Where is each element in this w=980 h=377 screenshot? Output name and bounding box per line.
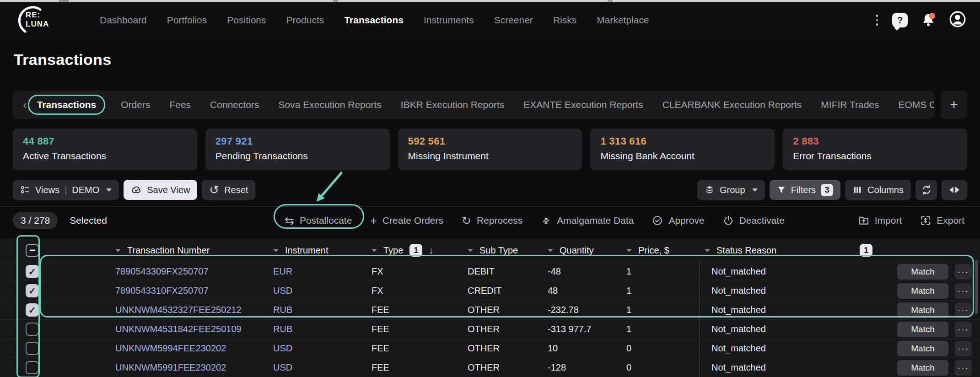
reluna-logo[interactable]: RE: LUNA bbox=[14, 5, 48, 35]
row-more-icon[interactable]: ··· bbox=[955, 360, 972, 376]
stat-card[interactable]: 44 887 Active Transactions bbox=[13, 129, 197, 170]
column-menu-icon[interactable] bbox=[372, 249, 377, 252]
match-button[interactable]: Match bbox=[897, 283, 948, 299]
transaction-number-link[interactable]: UNKNWM5991FEE230202 bbox=[110, 362, 268, 373]
table-row[interactable]: UNKNWM4531842FEE250109 RUB FEE OTHER -31… bbox=[0, 319, 980, 339]
column-menu-icon[interactable] bbox=[548, 249, 553, 252]
nav-item-marketplace[interactable]: Marketplace bbox=[597, 15, 649, 26]
add-tab-button[interactable]: + bbox=[941, 91, 967, 119]
nav-item-instruments[interactable]: Instruments bbox=[424, 15, 474, 26]
notifications-bell-icon[interactable] bbox=[920, 12, 937, 28]
match-button[interactable]: Match bbox=[897, 341, 948, 356]
header-price[interactable]: Price, $ bbox=[621, 245, 699, 256]
column-menu-icon[interactable] bbox=[626, 249, 632, 252]
row-more-icon[interactable]: ··· bbox=[955, 341, 972, 356]
nav-item-transactions[interactable]: Transactions bbox=[344, 15, 404, 26]
reprocess-button[interactable]: ↻ Reprocess bbox=[462, 215, 522, 226]
columns-button[interactable]: Columns bbox=[845, 180, 911, 200]
kebab-menu-icon[interactable] bbox=[874, 13, 880, 27]
nav-item-dashboard[interactable]: Dashboard bbox=[100, 15, 147, 26]
nav-item-products[interactable]: Products bbox=[286, 15, 324, 26]
table-row[interactable]: 7890543310FX250707 USD FX CREDIT 48 1 No… bbox=[0, 281, 980, 300]
row-checkbox[interactable] bbox=[26, 323, 39, 336]
transaction-number-link[interactable]: 7890543310FX250707 bbox=[110, 285, 268, 296]
stat-card[interactable]: 1 313 616 Missing Bank Account bbox=[590, 129, 775, 170]
import-button[interactable]: Import bbox=[858, 215, 902, 226]
instrument-link[interactable]: USD bbox=[268, 285, 366, 296]
match-button[interactable]: Match bbox=[897, 302, 948, 318]
group-dropdown[interactable]: Group bbox=[697, 180, 765, 200]
tab-transactions[interactable]: Transactions bbox=[28, 95, 106, 115]
row-checkbox[interactable] bbox=[26, 284, 39, 297]
tab-eoms-c[interactable]: EOMS C bbox=[899, 99, 934, 110]
views-dropdown[interactable]: Views | DEMO bbox=[13, 180, 119, 200]
deactivate-button[interactable]: Deactivate bbox=[723, 215, 785, 226]
tab-ibkr-execution-reports[interactable]: IBKR Execution Reports bbox=[401, 99, 504, 110]
tab-exante-execution-reports[interactable]: EXANTE Execution Reports bbox=[523, 99, 643, 110]
row-more-icon[interactable]: ··· bbox=[955, 264, 972, 280]
row-more-icon[interactable]: ··· bbox=[955, 322, 972, 337]
postallocate-button[interactable]: ⇆ Postallocate bbox=[285, 215, 352, 226]
column-menu-icon[interactable] bbox=[705, 249, 710, 252]
tab-clearbank-execution-reports[interactable]: CLEARBANK Execution Reports bbox=[662, 99, 802, 110]
tab-mifir-trades[interactable]: MIFIR Trades bbox=[821, 99, 879, 110]
match-button[interactable]: Match bbox=[897, 360, 948, 376]
row-checkbox[interactable] bbox=[26, 303, 39, 317]
nav-item-risks[interactable]: Risks bbox=[553, 15, 576, 26]
table-row[interactable]: UNKNWM4532327FEE250212 RUB FEE OTHER -23… bbox=[0, 300, 980, 319]
transaction-number-link[interactable]: UNKNWM5994FEE230202 bbox=[110, 343, 268, 354]
tab-orders[interactable]: Orders bbox=[121, 99, 150, 110]
tab-connectors[interactable]: Connectors bbox=[210, 99, 259, 110]
instrument-link[interactable]: RUB bbox=[268, 324, 366, 334]
export-button[interactable]: Export bbox=[920, 215, 964, 226]
nav-item-portfolios[interactable]: Portfolios bbox=[167, 15, 207, 26]
amalgamate-data-button[interactable]: Amalgamate Data bbox=[541, 215, 634, 226]
create-orders-button[interactable]: + Create Orders bbox=[370, 215, 443, 226]
stat-card[interactable]: 297 921 Pending Transactions bbox=[205, 129, 390, 170]
header-instrument[interactable]: Instrument bbox=[268, 245, 366, 256]
column-menu-icon[interactable] bbox=[273, 249, 279, 252]
instrument-link[interactable]: USD bbox=[268, 343, 366, 354]
refresh-button[interactable] bbox=[915, 180, 937, 200]
reset-button[interactable]: ↺ Reset bbox=[202, 180, 255, 200]
stat-card[interactable]: 592 561 Missing Instrument bbox=[398, 129, 582, 170]
column-menu-icon[interactable] bbox=[468, 249, 473, 252]
collapse-expand-button[interactable] bbox=[942, 180, 967, 200]
match-button[interactable]: Match bbox=[897, 264, 948, 280]
stat-card[interactable]: 2 883 Error Transactions bbox=[783, 129, 967, 170]
row-more-icon[interactable]: ··· bbox=[955, 283, 972, 299]
tab-fees[interactable]: Fees bbox=[169, 99, 191, 110]
row-checkbox[interactable] bbox=[26, 342, 39, 355]
tabs-scroll-left-icon[interactable]: ‹ bbox=[23, 98, 27, 112]
instrument-link[interactable]: USD bbox=[268, 362, 366, 373]
approve-button[interactable]: Approve bbox=[652, 215, 704, 226]
header-type[interactable]: Type 1 ↓ bbox=[366, 244, 462, 257]
save-view-button[interactable]: Save View bbox=[124, 180, 197, 200]
header-quantity[interactable]: Quantity bbox=[542, 245, 621, 256]
transaction-number-link[interactable]: UNKNWM4532327FEE250212 bbox=[110, 305, 268, 315]
table-row[interactable]: UNKNWM5994FEE230202 USD FEE OTHER 10 0 N… bbox=[0, 339, 980, 358]
nav-item-screener[interactable]: Screener bbox=[494, 15, 533, 26]
row-more-icon[interactable]: ··· bbox=[955, 302, 972, 318]
header-transaction-number[interactable]: Transaction Number bbox=[110, 245, 268, 256]
row-checkbox[interactable] bbox=[26, 361, 39, 374]
column-menu-icon[interactable] bbox=[115, 249, 121, 252]
header-status-reason[interactable]: Status Reason 1 bbox=[699, 244, 980, 257]
match-button[interactable]: Match bbox=[897, 322, 948, 337]
help-icon[interactable]: ? bbox=[892, 13, 908, 27]
transaction-number-link[interactable]: UNKNWM4531842FEE250109 bbox=[110, 324, 268, 334]
vertical-scrollbar[interactable] bbox=[975, 260, 978, 314]
row-checkbox[interactable] bbox=[26, 265, 39, 278]
header-sub-type[interactable]: Sub Type bbox=[462, 245, 542, 256]
sort-direction-icon[interactable]: ↓ bbox=[429, 245, 433, 256]
tab-sova-execution-reports[interactable]: Sova Execution Reports bbox=[279, 99, 382, 110]
nav-item-positions[interactable]: Positions bbox=[227, 15, 266, 26]
table-row[interactable]: UNKNWM5991FEE230202 USD FEE OTHER -128 0… bbox=[0, 358, 980, 377]
instrument-link[interactable]: EUR bbox=[268, 266, 366, 277]
filters-button[interactable]: Filters 3 bbox=[770, 180, 840, 200]
account-icon[interactable] bbox=[949, 11, 966, 30]
instrument-link[interactable]: RUB bbox=[268, 305, 366, 315]
select-all-checkbox[interactable] bbox=[26, 244, 39, 257]
table-row[interactable]: 7890543309FX250707 EUR FX DEBIT -48 1 No… bbox=[0, 262, 980, 281]
transaction-number-link[interactable]: 7890543309FX250707 bbox=[110, 266, 268, 277]
